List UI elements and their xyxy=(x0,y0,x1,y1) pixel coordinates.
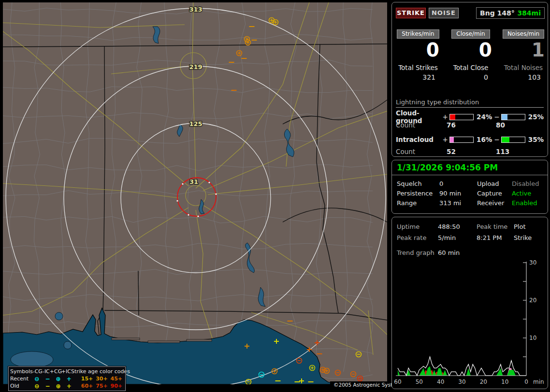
ic-plus-bar xyxy=(449,137,474,143)
total-strikes-label: Total Strikes xyxy=(396,64,440,71)
legend-col-nic: -IC xyxy=(43,368,50,375)
age-30: 30+ xyxy=(94,376,109,382)
svg-text:0: 0 xyxy=(524,378,528,385)
legend-col-pic: +IC xyxy=(61,368,71,375)
age-15: 15+ xyxy=(80,376,94,382)
lightning-map[interactable]: 31321912531 Symbols -CG -IC +CG +IC Stri… xyxy=(3,2,387,384)
svg-text:313: 313 xyxy=(189,6,202,13)
capture-status: Active xyxy=(512,190,531,197)
upload-status: Disabled xyxy=(512,180,539,187)
age-75: 75+ xyxy=(94,383,109,389)
trend-graph-value: 60 min xyxy=(438,249,460,256)
svg-text:30: 30 xyxy=(458,378,465,385)
total-noises-value: 103 xyxy=(501,73,546,81)
legend-col-ncg: -CG xyxy=(33,368,43,375)
total-noises-label: Total Noises xyxy=(501,64,546,71)
svg-text:40: 40 xyxy=(437,378,444,385)
plot-value: Strike xyxy=(514,234,532,241)
circle-minus-icon: ⊖ xyxy=(31,383,42,390)
plus-sign: + xyxy=(443,136,448,143)
svg-text:30: 30 xyxy=(529,260,536,266)
cg-plus-count: 76 xyxy=(447,121,496,129)
noise-mode-button[interactable]: NOISE xyxy=(429,8,459,18)
nexstorm-window: 31321912531 Symbols -CG -IC +CG +IC Stri… xyxy=(0,0,550,392)
cloud-ground-count-row: Count7680 xyxy=(396,121,545,129)
uptime-value: 488:50 xyxy=(438,223,460,230)
squelch-value: 0 xyxy=(439,180,443,187)
map-canvas: 31321912531 xyxy=(3,2,387,384)
age-45: 45+ xyxy=(109,376,124,382)
ic-plus-percent: 16% xyxy=(475,136,494,143)
close-per-min-label[interactable]: Close/min xyxy=(451,29,490,39)
trend-graph-chart: 1020306050403020100min xyxy=(393,260,547,387)
cg-minus-count: 80 xyxy=(496,121,545,129)
svg-text:125: 125 xyxy=(189,120,202,127)
cg-plus-percent: 24% xyxy=(475,113,494,121)
noises-per-min-label[interactable]: Noises/min xyxy=(503,29,544,39)
cg-minus-percent: 25% xyxy=(527,113,546,121)
upload-label: Upload xyxy=(477,180,499,187)
trend-panel: Uptime 488:50 Peak time Plot Peak rate 5… xyxy=(391,217,548,389)
count-label: Count xyxy=(396,121,447,129)
minus-icon: − xyxy=(42,383,53,390)
peak-rate-label: Peak rate xyxy=(397,234,426,241)
strikes-per-min-counter: Strikes/min 0 Total Strikes 321 xyxy=(396,29,440,86)
minus-sign: − xyxy=(494,113,499,121)
plus-icon: + xyxy=(64,376,74,382)
peak-time-value: 8:21 PM xyxy=(477,234,502,241)
intracloud-label: Intracloud xyxy=(396,136,443,143)
receiver-status: Enabled xyxy=(512,199,537,207)
ic-minus-bar xyxy=(501,137,525,143)
legend-symbols-header: Symbols xyxy=(10,368,33,375)
ic-minus-percent: 35% xyxy=(527,136,546,143)
minus-icon: − xyxy=(42,376,53,382)
distribution-header: Lightning type distribution xyxy=(396,98,544,108)
strikes-per-min-value: 0 xyxy=(396,40,440,61)
svg-text:60: 60 xyxy=(394,378,401,385)
receiver-label: Receiver xyxy=(477,199,504,207)
svg-text:10: 10 xyxy=(529,335,536,341)
uptime-label: Uptime xyxy=(397,223,420,230)
strike-stats-panel: STRIKE NOISE Bng 148° 384mi Strikes/min … xyxy=(391,2,548,157)
circle-plus-icon: ⊕ xyxy=(53,383,63,390)
ic-plus-count: 52 xyxy=(447,148,496,155)
strike-mode-button[interactable]: STRIKE xyxy=(396,8,426,18)
strikes-per-min-label[interactable]: Strikes/min xyxy=(397,29,439,39)
cg-minus-bar xyxy=(501,114,525,120)
count-label: Count xyxy=(396,148,447,155)
peak-rate-value: 5/min xyxy=(438,234,456,241)
total-close-value: 0 xyxy=(449,73,493,81)
close-per-min-value: 0 xyxy=(449,40,493,61)
svg-text:219: 219 xyxy=(189,63,202,70)
legend-row-recent-label: Recent xyxy=(10,376,31,382)
svg-text:20: 20 xyxy=(529,297,536,304)
symbol-legend: Symbols -CG -IC +CG +IC Strike age color… xyxy=(8,366,126,391)
minus-sign: − xyxy=(494,136,499,143)
range-value: 313 mi xyxy=(439,199,461,207)
bearing-readout: Bng 148° 384mi xyxy=(476,7,545,19)
age-60: 60+ xyxy=(80,383,94,389)
peak-time-label: Peak time xyxy=(477,223,507,230)
age-90: 90+ xyxy=(109,383,124,389)
svg-text:20: 20 xyxy=(480,378,487,385)
persistence-label: Persistence xyxy=(397,190,433,197)
intracloud-row: Intracloud + 16% − 35% xyxy=(396,136,546,143)
legend-age-header: Strike age color codes xyxy=(71,368,130,375)
plot-label: Plot xyxy=(514,223,526,230)
svg-text:31: 31 xyxy=(189,178,198,185)
circle-plus-icon: ⊕ xyxy=(53,376,63,382)
bearing-label: Bng 148° xyxy=(480,9,515,17)
cg-plus-bar xyxy=(449,114,474,120)
circle-minus-icon: ⊖ xyxy=(31,376,42,382)
range-label: Range xyxy=(397,199,417,207)
noises-per-min-value: 1 xyxy=(501,40,546,61)
svg-text:10: 10 xyxy=(501,378,508,385)
close-per-min-counter: Close/min 0 Total Close 0 xyxy=(449,29,493,86)
status-panel: 1/31/2026 9:04:56 PM Squelch 0 Upload Di… xyxy=(391,160,548,214)
capture-label: Capture xyxy=(477,190,502,197)
persistence-value: 90 min xyxy=(439,190,461,197)
svg-text:min: min xyxy=(533,378,544,385)
divider xyxy=(392,175,548,175)
legend-col-pcg: +CG xyxy=(50,368,61,375)
total-strikes-value: 321 xyxy=(396,73,440,81)
